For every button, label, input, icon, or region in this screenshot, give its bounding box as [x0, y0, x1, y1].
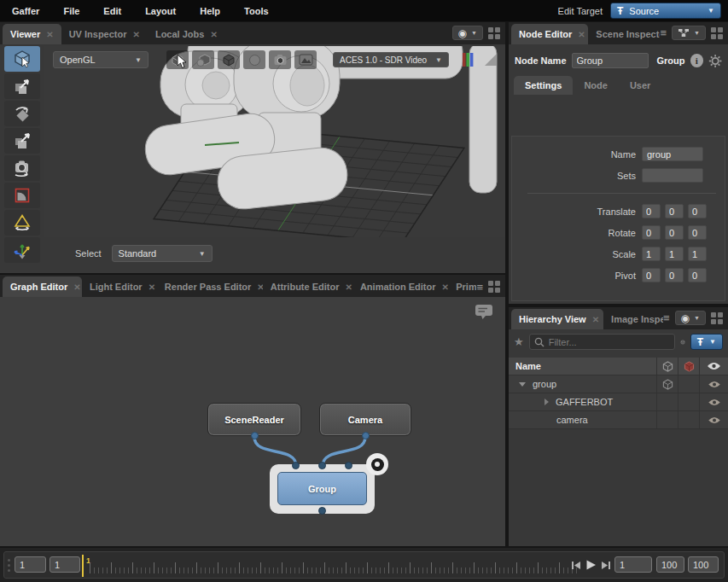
- select-tool-button[interactable]: [4, 46, 40, 72]
- expansion-button[interactable]: [192, 50, 214, 69]
- info-icon[interactable]: i: [690, 54, 703, 67]
- gear-icon[interactable]: [708, 54, 722, 68]
- subtab-node[interactable]: Node: [573, 76, 619, 95]
- menu-tools[interactable]: Tools: [232, 6, 281, 16]
- group-in-port-2[interactable]: [345, 462, 352, 469]
- pivot-z-input[interactable]: [688, 268, 707, 282]
- scale-z-input[interactable]: [688, 247, 707, 261]
- camera-out-port[interactable]: [362, 432, 370, 439]
- tab-image-inspector-truncated[interactable]: Image Inspe: [603, 309, 663, 329]
- exposure-ramp-icon[interactable]: [483, 52, 498, 67]
- scale-tool-button[interactable]: [4, 128, 40, 154]
- close-icon[interactable]: ✕: [442, 282, 449, 292]
- tab-menu-icon[interactable]: ≡: [660, 27, 667, 38]
- range-out-input[interactable]: [656, 556, 684, 573]
- hierarchy-row-group[interactable]: group: [509, 375, 728, 393]
- tab-light-editor[interactable]: Light Editor ✕: [82, 276, 157, 297]
- sets-field-input[interactable]: [642, 168, 703, 183]
- node-name-input[interactable]: [572, 53, 649, 68]
- close-icon[interactable]: ✕: [257, 282, 262, 292]
- range-end-input[interactable]: [688, 556, 719, 573]
- subtab-user[interactable]: User: [619, 76, 661, 95]
- tab-render-pass-editor[interactable]: Render Pass Editor ✕: [157, 276, 263, 297]
- layout-grid-icon[interactable]: [711, 312, 723, 324]
- menu-file[interactable]: File: [51, 6, 91, 16]
- layout-grid-icon[interactable]: [488, 281, 500, 293]
- inclusions-cube-icon[interactable]: [662, 379, 673, 390]
- camera-orbit-tool-button[interactable]: [4, 155, 40, 181]
- menu-gaffer[interactable]: Gaffer: [0, 6, 51, 16]
- edit-target-dropdown[interactable]: Ŧ Source ▼: [610, 3, 721, 19]
- look-through-camera-button[interactable]: [269, 50, 291, 69]
- viewport-3d[interactable]: OpenGL ▼: [44, 46, 505, 237]
- menu-layout[interactable]: Layout: [133, 6, 188, 16]
- pivot-y-input[interactable]: [665, 268, 684, 282]
- rotate-tool-button[interactable]: [4, 101, 40, 126]
- inclusions-cube-icon[interactable]: [662, 361, 673, 372]
- scale-x-input[interactable]: [642, 247, 661, 261]
- hierarchy-focus-menu-button[interactable]: ◉ ▼: [675, 311, 706, 325]
- edit-scope-dropdown[interactable]: Ŧ ▼: [690, 334, 723, 350]
- node-group-body[interactable]: Group: [277, 472, 367, 505]
- translate-z-input[interactable]: [688, 204, 707, 218]
- scenereader-out-port[interactable]: [251, 432, 259, 439]
- tab-scene-inspector-truncated[interactable]: Scene Inspecto: [588, 24, 660, 44]
- visibility-eye-icon[interactable]: [707, 362, 721, 370]
- skip-end-icon[interactable]: [601, 561, 611, 570]
- translate-y-input[interactable]: [665, 204, 684, 218]
- current-frame-input[interactable]: [614, 556, 652, 573]
- viewer-focus-menu-button[interactable]: ◉ ▼: [452, 26, 483, 40]
- tab-prim-truncated[interactable]: Prim: [448, 276, 476, 297]
- filter-searchbox[interactable]: [529, 334, 675, 350]
- visibility-eye-icon[interactable]: [708, 381, 721, 388]
- close-icon[interactable]: ✕: [210, 30, 217, 39]
- playhead[interactable]: [82, 555, 84, 577]
- select-mode-dropdown[interactable]: Standard ▼: [112, 245, 213, 262]
- layout-grid-icon[interactable]: [488, 27, 500, 39]
- close-icon[interactable]: ✕: [578, 30, 585, 39]
- display-transform-dropdown[interactable]: ACES 1.0 - SDR Video ▼: [333, 52, 449, 67]
- tab-menu-icon[interactable]: ≡: [476, 282, 483, 293]
- channel-rgb-icon[interactable]: [462, 51, 479, 68]
- play-icon[interactable]: [585, 560, 597, 570]
- group-in-port-1[interactable]: [318, 462, 326, 469]
- visibility-eye-icon[interactable]: [708, 416, 721, 424]
- range-start-input[interactable]: [15, 556, 46, 573]
- image-overlay-button[interactable]: [294, 50, 317, 69]
- filter-input[interactable]: [549, 337, 670, 347]
- hierarchy-row-gafferbot[interactable]: GAFFERBOT: [509, 393, 728, 411]
- group-in-port-0[interactable]: [292, 462, 300, 469]
- close-icon[interactable]: ✕: [73, 282, 80, 292]
- close-icon[interactable]: ✕: [345, 282, 352, 292]
- light-tool-button[interactable]: [4, 210, 40, 236]
- drag-grip-icon[interactable]: [8, 559, 10, 572]
- renderer-dropdown[interactable]: OpenGL ▼: [53, 51, 149, 68]
- rotate-x-input[interactable]: [642, 225, 661, 240]
- crop-window-tool-button[interactable]: [4, 183, 40, 208]
- hierarchy-row-camera[interactable]: camera: [509, 411, 728, 429]
- scale-y-input[interactable]: [665, 247, 684, 261]
- subtab-settings[interactable]: Settings: [514, 76, 573, 95]
- graph-canvas[interactable]: SceneReader Camera Group: [0, 297, 505, 546]
- tab-menu-icon[interactable]: ≡: [663, 312, 670, 323]
- sphere-display-button[interactable]: [243, 50, 265, 69]
- tab-viewer[interactable]: Viewer ✕: [3, 24, 61, 44]
- rotate-z-input[interactable]: [688, 225, 707, 240]
- menu-help[interactable]: Help: [188, 6, 232, 16]
- translate-tool-button[interactable]: [4, 73, 40, 99]
- close-icon[interactable]: ✕: [149, 282, 155, 292]
- tab-animation-editor[interactable]: Animation Editor ✕: [352, 276, 448, 297]
- rotate-y-input[interactable]: [665, 225, 684, 240]
- close-icon[interactable]: ✕: [46, 30, 53, 39]
- group-out-port[interactable]: [318, 507, 326, 515]
- tab-graph-editor[interactable]: Graph Editor ✕: [3, 276, 82, 297]
- wireframe-cube-button[interactable]: [218, 50, 240, 69]
- tab-uv-inspector[interactable]: UV Inspector ✕: [61, 24, 148, 44]
- focus-ring-icon[interactable]: [366, 453, 388, 475]
- timeline-ruler[interactable]: [90, 562, 580, 573]
- name-field-input[interactable]: [642, 147, 703, 161]
- tab-attribute-editor[interactable]: Attribute Editor ✕: [263, 276, 352, 297]
- close-icon[interactable]: ✕: [133, 30, 140, 39]
- bookmark-star-icon[interactable]: ★: [514, 335, 524, 348]
- pivot-x-input[interactable]: [642, 268, 661, 282]
